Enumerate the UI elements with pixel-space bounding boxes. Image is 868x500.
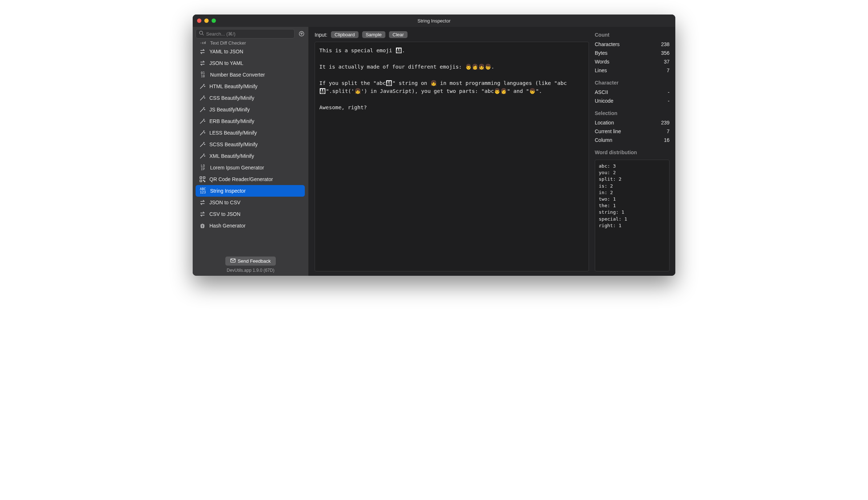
svg-line-1: [202, 34, 204, 36]
clear-button[interactable]: Clear: [389, 31, 408, 38]
stat-ascii: ASCII -: [595, 89, 670, 96]
mail-icon: [230, 258, 236, 264]
sidebar-item-csv-to-json[interactable]: CSV to JSON: [196, 208, 305, 220]
sidebar-item-label: CSS Beautify/Minify: [209, 95, 254, 101]
count-header: Count: [595, 32, 670, 38]
sidebar-item-label: XML Beautify/Minify: [209, 153, 254, 159]
sidebar-item-qr[interactable]: QR Code Reader/Generator: [196, 173, 305, 185]
send-feedback-button[interactable]: Send Feedback: [225, 257, 276, 266]
stat-unicode: Unicode -: [595, 97, 670, 104]
input-label: Input:: [315, 32, 327, 38]
word-dist-row: in: 2: [599, 189, 668, 196]
search-input[interactable]: [206, 31, 291, 37]
word-dist-row: abc: 3: [599, 163, 668, 169]
minimize-window-button[interactable]: [204, 19, 209, 23]
wand-icon: [199, 153, 206, 159]
wand-icon: [199, 106, 206, 113]
stat-label: Lines: [595, 67, 607, 73]
word-dist-row: special: 1: [599, 216, 668, 222]
svg-point-0: [200, 31, 203, 34]
word-dist-header: Word distribution: [595, 149, 670, 155]
word-dist-row: is: 2: [599, 183, 668, 189]
sidebar-item-label: Text Diff Checker: [210, 41, 246, 46]
wand-icon: [199, 95, 206, 101]
send-feedback-label: Send Feedback: [238, 258, 271, 264]
stat-value: 16: [664, 137, 670, 143]
finger-icon: [199, 222, 206, 229]
filter-button[interactable]: [298, 30, 306, 38]
sidebar-item-json-to-yaml[interactable]: JSON to YAML: [196, 57, 305, 69]
sample-button[interactable]: Sample: [362, 31, 385, 38]
app-window: String Inspector -cd Text Diff Checker: [193, 15, 675, 276]
diff-icon: -cd: [199, 41, 206, 46]
sidebar-item-label: LESS Beautify/Minify: [209, 130, 257, 136]
zoom-window-button[interactable]: [212, 19, 216, 23]
sidebar-item-lorem-ipsum[interactable]: LOIPLorem Ipsum Generator: [196, 162, 305, 173]
stat-value: 7: [667, 128, 670, 134]
stat-value: -: [668, 89, 670, 95]
abc-icon: ABC123: [199, 188, 206, 194]
window-controls: [197, 19, 216, 23]
stat-value: 37: [664, 59, 670, 65]
sidebar-item-label: HTML Beautify/Minify: [209, 83, 258, 89]
selection-header: Selection: [595, 110, 670, 116]
word-dist-row: string: 1: [599, 209, 668, 216]
sidebar-item-label: YAML to JSON: [209, 49, 243, 54]
sidebar-item-json-to-csv[interactable]: JSON to CSV: [196, 197, 305, 208]
stat-label: Current line: [595, 128, 621, 134]
lorem-icon: LOIP: [199, 164, 206, 171]
tool-list[interactable]: -cd Text Diff Checker YAML to JSONJSON t…: [196, 41, 306, 253]
stat-lines: Lines 7: [595, 67, 670, 74]
sidebar-item-erb-beautify[interactable]: ERB Beautify/Minify: [196, 115, 305, 127]
search-icon: [199, 30, 204, 37]
qr-icon: [199, 176, 206, 183]
sidebar-item-html-beautify[interactable]: HTML Beautify/Minify: [196, 81, 305, 92]
stat-current-line: Current line 7: [595, 128, 670, 135]
titlebar: String Inspector: [193, 15, 675, 27]
sidebar-item-scss-beautify[interactable]: SCSS Beautify/Minify: [196, 139, 305, 150]
clipboard-button[interactable]: Clipboard: [331, 31, 359, 38]
swap-icon: [199, 48, 206, 55]
stat-characters: Characters 238: [595, 41, 670, 48]
sidebar-item-label: JS Beautify/Minify: [209, 107, 250, 112]
sidebar-item-js-beautify[interactable]: JS Beautify/Minify: [196, 104, 305, 115]
wand-icon: [199, 83, 206, 90]
sidebar-item-label: CSV to JSON: [209, 211, 241, 217]
sidebar-item-number-base[interactable]: 0110Number Base Converter: [196, 69, 305, 81]
stat-label: ASCII: [595, 89, 608, 95]
window-title: String Inspector: [193, 18, 675, 24]
stat-bytes: Bytes 356: [595, 49, 670, 57]
stat-value: 238: [661, 41, 670, 47]
sidebar-item-label: JSON to CSV: [209, 200, 241, 205]
bits-icon: 0110: [199, 71, 206, 78]
word-dist-row: you: 2: [599, 169, 668, 176]
sidebar-item-label: Lorem Ipsum Generator: [210, 165, 264, 171]
text-editor[interactable]: This is a special emoji 👨‍👩‍👧‍👦. It is a…: [319, 46, 587, 267]
stat-value: 7: [667, 67, 670, 73]
stat-label: Column: [595, 137, 612, 143]
stat-label: Words: [595, 59, 609, 65]
wand-icon: [199, 141, 206, 148]
word-dist-row: the: 1: [599, 202, 668, 209]
stat-label: Unicode: [595, 98, 613, 104]
svg-rect-9: [203, 180, 204, 181]
stat-column: Column 16: [595, 136, 670, 144]
sidebar-item-label: QR Code Reader/Generator: [209, 176, 273, 182]
editor-pane: Input: Clipboard Sample Clear This is a …: [309, 27, 589, 276]
sidebar-item-css-beautify[interactable]: CSS Beautify/Minify: [196, 92, 305, 104]
sidebar-item-less-beautify[interactable]: LESS Beautify/Minify: [196, 127, 305, 139]
sidebar-item-string-insp[interactable]: ABC123String Inspector: [196, 185, 305, 197]
search-field-wrap[interactable]: [196, 29, 295, 38]
sidebar-item-xml-beautify[interactable]: XML Beautify/Minify: [196, 150, 305, 162]
word-distribution-box[interactable]: abc: 3you: 2split: 2is: 2in: 2two: 1the:…: [595, 160, 670, 271]
main-pane: Input: Clipboard Sample Clear This is a …: [309, 27, 675, 276]
sidebar-item-yaml-to-json[interactable]: YAML to JSON: [196, 46, 305, 57]
svg-rect-10: [204, 181, 205, 182]
character-header: Character: [595, 80, 670, 86]
swap-icon: [199, 211, 206, 217]
sidebar-item-hash[interactable]: Hash Generator: [196, 220, 305, 231]
close-window-button[interactable]: [197, 19, 201, 23]
sidebar-item-text-diff-partial[interactable]: -cd Text Diff Checker: [196, 41, 305, 46]
editor-container: This is a special emoji 👨‍👩‍👧‍👦. It is a…: [315, 42, 589, 271]
stats-pane: Count Characters 238 Bytes 356 Words 37 …: [589, 27, 675, 276]
